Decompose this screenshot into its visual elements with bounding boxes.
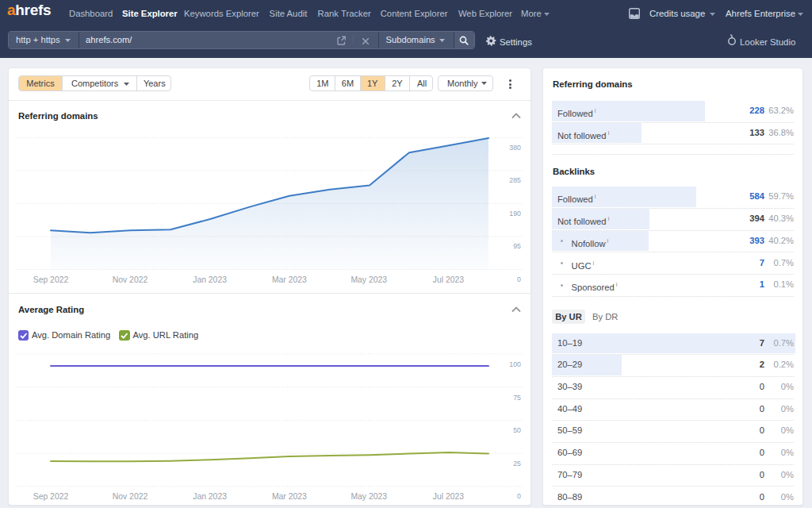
svg-text:190: 190 [509,210,521,217]
svg-text:Jul 2023: Jul 2023 [433,275,465,284]
svg-text:Mar 2023: Mar 2023 [272,492,307,501]
svg-text:May 2023: May 2023 [350,492,387,501]
svg-text:50: 50 [513,426,521,434]
svg-text:Sep 2022: Sep 2022 [33,492,69,501]
svg-text:Jan 2023: Jan 2023 [193,275,227,284]
svg-text:Mar 2023: Mar 2023 [272,275,307,284]
svg-text:Jul 2023: Jul 2023 [433,492,465,501]
svg-text:75: 75 [513,394,521,402]
svg-text:Sep 2022: Sep 2022 [33,275,69,284]
svg-text:100: 100 [509,360,521,368]
svg-text:Jan 2023: Jan 2023 [193,492,227,501]
svg-text:Nov 2022: Nov 2022 [113,492,148,501]
svg-text:95: 95 [513,242,521,250]
svg-text:Nov 2022: Nov 2022 [113,275,148,284]
svg-text:380: 380 [509,144,521,152]
svg-text:0: 0 [517,275,521,283]
svg-text:25: 25 [513,460,521,468]
svg-text:0: 0 [517,492,521,500]
svg-text:285: 285 [509,176,521,184]
svg-text:May 2023: May 2023 [350,275,387,284]
